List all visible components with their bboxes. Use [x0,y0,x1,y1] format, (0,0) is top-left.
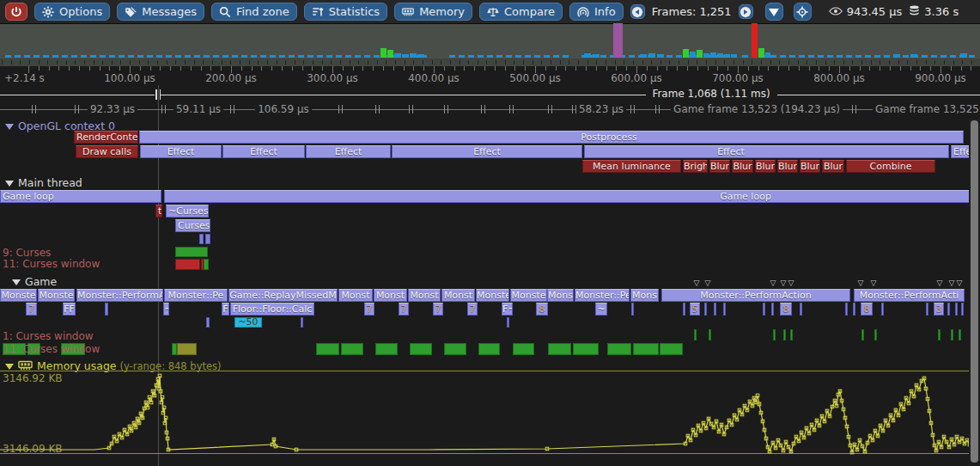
zone-bar[interactable]: Game::ReplayMissedM [228,289,338,302]
zone-bar[interactable] [694,329,697,340]
message-marker-icon[interactable]: ▽ [781,279,787,286]
zone-bar[interactable] [947,303,950,316]
message-marker-icon[interactable]: ▽ [957,279,963,286]
zone-bar[interactable] [301,317,303,328]
locate-crosshair-button[interactable] [794,3,812,21]
zone-bar[interactable] [790,329,793,340]
scrollbar-thumb[interactable] [971,120,978,463]
zone-bar[interactable]: Effect [584,145,949,158]
zone-bar[interactable] [631,303,634,316]
zone-bar[interactable] [881,303,884,316]
prev-frame-button[interactable] [630,4,645,19]
zone-bar[interactable]: F [222,303,229,316]
zone-bar[interactable] [548,343,571,355]
zone-bar[interactable]: Blur [755,160,776,173]
zone-bar[interactable]: Monste [38,289,75,302]
zone-bar[interactable] [714,303,716,316]
zone-bar[interactable] [660,343,683,355]
toolbar-button-statistics[interactable]: Statistics [304,3,387,21]
zone-bar[interactable]: 8 [780,303,792,316]
zone-bar[interactable]: ~50 [234,317,262,328]
zone-bar[interactable] [607,343,631,355]
zone-bar[interactable]: F~ [502,303,513,316]
section-header-game[interactable]: Game [12,275,57,288]
zone-bar[interactable]: Floor::Floor::Calc [230,303,314,316]
zone-bar[interactable] [177,343,197,355]
zone-bar[interactable]: Monste [510,289,547,302]
zone-bar[interactable] [961,303,964,316]
zone-bar[interactable]: Postprocess [139,131,964,144]
zone-bar[interactable]: ~ [595,303,607,316]
message-marker-icon[interactable]: ▽ [858,279,864,286]
zone-bar[interactable] [861,329,864,340]
zone-bar[interactable]: Monster::PerformActi [854,289,965,302]
zone-bar[interactable]: 7 [399,303,409,316]
zone-bar[interactable] [771,303,774,316]
zone-bar[interactable]: Monst [338,289,373,302]
zone-bar[interactable]: Curses [175,219,210,232]
message-marker-icon[interactable]: ▽ [694,279,700,286]
zone-bar[interactable]: Monster::Pe [164,289,228,302]
zone-bar[interactable]: 7 [467,303,478,316]
zone-bar[interactable] [763,303,765,316]
zone-bar[interactable] [507,317,509,328]
zone-bar[interactable]: Blur [800,160,820,173]
zone-bar[interactable]: Combine [846,160,935,173]
zone-bar[interactable] [955,303,958,316]
zone-bar[interactable]: FF [63,303,76,316]
zone-bar[interactable] [938,329,940,340]
zone-bar[interactable] [175,247,208,257]
zone-bar[interactable] [410,343,432,355]
message-marker-icon[interactable]: ▽ [937,279,943,286]
zone-bar[interactable]: Monst [374,289,407,302]
zone-bar[interactable] [444,343,466,355]
zone-bar[interactable] [773,329,776,340]
zone-bar[interactable]: RenderConte [74,131,138,144]
zone-bar[interactable]: Effect [392,145,582,158]
toolbar-button-compare[interactable]: Compare [479,3,563,21]
zone-bar[interactable] [800,303,802,316]
zone-bar[interactable]: Monster::Pe [575,289,630,302]
zone-bar[interactable]: Blur [709,160,730,173]
zone-bar[interactable] [175,259,200,270]
zone-bar[interactable]: Game loop [0,190,161,203]
zone-bar[interactable]: ~Curses [166,205,209,218]
zone-bar[interactable]: Mean luminance [582,160,681,173]
zone-bar[interactable] [341,343,363,355]
message-marker-icon[interactable]: ▽ [770,279,776,286]
zone-bar[interactable]: 8 [861,303,873,316]
zone-bar[interactable] [683,303,685,316]
zone-bar[interactable] [783,329,786,340]
zone-bar[interactable]: Blur [777,160,798,173]
message-marker-icon[interactable]: ▽ [871,279,877,286]
zone-bar[interactable] [704,303,707,316]
zone-bar[interactable]: 7 [26,303,37,316]
zone-bar[interactable] [573,343,599,355]
frame-histogram[interactable] [0,24,980,58]
zone-bar[interactable] [204,259,209,270]
message-marker-icon[interactable]: ▽ [788,279,794,286]
section-header-main-thread[interactable]: Main thread [5,176,82,189]
zone-bar[interactable]: Game loop [164,190,980,203]
memory-graph[interactable] [0,359,980,466]
zone-bar[interactable]: Monste [0,289,37,302]
message-marker-icon[interactable]: ▽ [705,279,711,286]
zone-bar[interactable]: ~ [163,303,169,316]
zone-bar[interactable] [375,343,398,355]
zone-bar[interactable] [206,317,210,328]
toolbar-button-memory[interactable]: Memory [394,3,472,21]
zone-bar[interactable] [951,329,953,340]
zone-bar[interactable]: Monster::PerformA [76,289,163,302]
zone-bar[interactable] [205,234,210,244]
zone-bar[interactable] [853,303,855,316]
zone-bar[interactable] [199,234,204,244]
zone-bar[interactable]: t [155,205,162,218]
zone-bar[interactable]: Mons [547,289,574,302]
go-to-frame-button[interactable] [765,3,783,21]
toolbar-button-find-zone[interactable]: Find zone [211,3,297,21]
zone-bar[interactable]: Draw calls [76,145,138,158]
zone-bar[interactable]: Monst [408,289,441,302]
zone-bar[interactable]: Mons [630,289,659,302]
zone-bar[interactable] [845,303,848,316]
toolbar-button-options[interactable]: Options [34,3,110,21]
